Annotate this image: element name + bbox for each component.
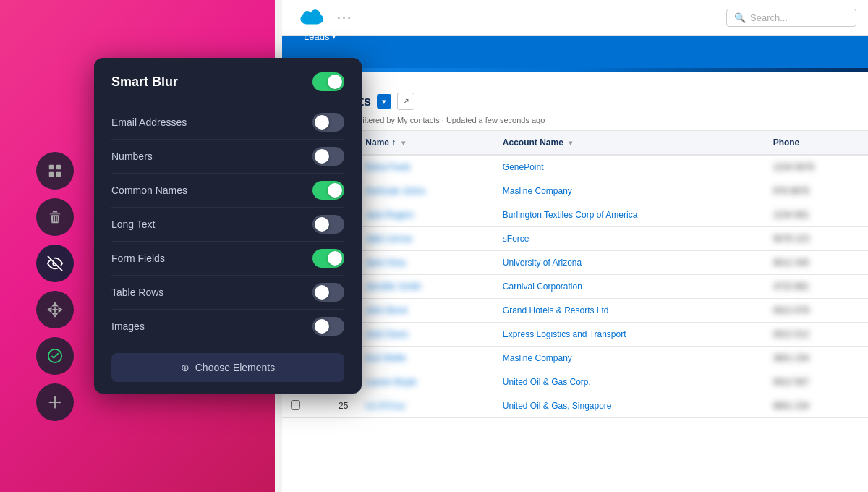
search-bar[interactable]: 🔍 Search... bbox=[726, 9, 856, 27]
contact-name-text: Kurt Wolfe bbox=[365, 353, 406, 363]
master-toggle-knob bbox=[328, 75, 342, 89]
trash-icon-button[interactable] bbox=[36, 198, 74, 236]
toggle-label-4: Form Fields bbox=[111, 253, 165, 264]
nav-chevron-leads: ▾ bbox=[332, 33, 336, 41]
contact-phone: 0912 567 bbox=[765, 370, 868, 394]
table-body: Edna FrankGenePoint1234 5678Gertrude Joh… bbox=[282, 155, 868, 418]
eye-slash-icon-button[interactable] bbox=[36, 245, 74, 282]
sf-nav: HomeOpportunities▾Leads▾Tasks▾Files▾Acco… bbox=[282, 36, 868, 68]
move-icon bbox=[47, 302, 63, 318]
account-sort-arrow: ▾ bbox=[569, 139, 572, 147]
view-external-link-icon[interactable]: ↗ bbox=[397, 93, 414, 110]
toggle-rows-container: Email AddressesNumbersCommon NamesLong T… bbox=[111, 106, 344, 343]
toggle-label-1: Numbers bbox=[111, 150, 153, 162]
contact-phone: 5678 123 bbox=[765, 227, 868, 251]
expand-icon bbox=[47, 394, 63, 410]
contact-name[interactable]: Jennifer Smith bbox=[357, 275, 493, 299]
check-circle-icon bbox=[47, 348, 63, 364]
grid-icon-button[interactable] bbox=[36, 152, 74, 190]
account-name[interactable]: Masline Company bbox=[494, 179, 765, 203]
toggle-row-images: Images bbox=[111, 310, 344, 343]
toggle-switch-form-fields[interactable] bbox=[312, 249, 344, 268]
table-row: Gertrude JohnsMasline Company978 9876 bbox=[282, 179, 868, 203]
toggle-knob-5 bbox=[315, 285, 329, 300]
contact-name[interactable]: Gertrude Johns bbox=[357, 179, 493, 203]
account-name[interactable]: University of Arizona bbox=[494, 251, 765, 275]
contact-phone: 1234 5678 bbox=[765, 155, 868, 179]
master-toggle[interactable] bbox=[312, 72, 344, 91]
toggle-switch-images[interactable] bbox=[312, 317, 344, 336]
nav-chevron-opportunities: ▾ bbox=[362, 1, 366, 9]
nav-item-leads[interactable]: Leads▾ bbox=[294, 20, 376, 52]
account-header-text: Account Name bbox=[503, 137, 563, 148]
account-name[interactable]: Burlington Textiles Corp of America bbox=[494, 203, 765, 227]
contact-name-text: Liz D'Cruz bbox=[365, 401, 405, 411]
choose-elements-button[interactable]: ⊕ Choose Elements bbox=[111, 353, 344, 382]
contact-name-text: John Bond bbox=[365, 305, 407, 315]
view-dropdown-button[interactable]: ▾ bbox=[377, 94, 391, 109]
check-circle-icon-button[interactable] bbox=[36, 337, 74, 375]
toggle-label-5: Table Rows bbox=[111, 287, 163, 298]
contact-name[interactable]: Josh Davis bbox=[357, 323, 493, 347]
toggle-switch-common-names[interactable] bbox=[312, 181, 344, 200]
account-name[interactable]: Masline Company bbox=[494, 347, 765, 370]
contact-name-text: Josh Davis bbox=[365, 329, 408, 339]
toggle-knob-4 bbox=[328, 251, 342, 266]
account-name[interactable]: Carnival Corporation bbox=[494, 275, 765, 299]
nav-item-opportunities[interactable]: Opportunities▾ bbox=[294, 0, 376, 20]
toggle-knob-1 bbox=[315, 149, 329, 164]
contact-name[interactable]: Edna Frank bbox=[357, 155, 493, 179]
toggle-switch-table-rows[interactable] bbox=[312, 283, 344, 302]
account-name[interactable]: sForce bbox=[494, 227, 765, 251]
breadcrumb: Contacts bbox=[294, 81, 856, 90]
name-header: Name ↑ ▾ bbox=[357, 131, 493, 155]
toggle-switch-email-addresses[interactable] bbox=[312, 113, 344, 132]
account-name[interactable]: Grand Hotels & Resorts Ltd bbox=[494, 299, 765, 323]
panel-title-text: Smart Blur bbox=[111, 75, 178, 90]
toggle-row-table-rows: Table Rows bbox=[111, 276, 344, 310]
table-row: Jack RogersBurlington Textiles Corp of A… bbox=[282, 203, 868, 227]
contact-name[interactable]: Jack Rogers bbox=[357, 203, 493, 227]
contact-name-text: Jennifer Smith bbox=[365, 281, 421, 292]
contact-name[interactable]: Lauren Boyle bbox=[357, 370, 493, 394]
contact-name[interactable]: Liz D'Cruz bbox=[357, 394, 493, 418]
toggle-switch-long-text[interactable] bbox=[312, 215, 344, 234]
expand-icon-button[interactable] bbox=[36, 383, 74, 421]
contact-phone: 1234 901 bbox=[765, 203, 868, 227]
contact-phone: 3601 234 bbox=[765, 347, 868, 370]
contact-name-text: Gertrude Johns bbox=[365, 186, 425, 196]
toggle-switch-numbers[interactable] bbox=[312, 147, 344, 166]
contact-name[interactable]: Jake Llorrac bbox=[357, 227, 493, 251]
contact-name[interactable]: John Bond bbox=[357, 299, 493, 323]
table-row: Jake LlorracsForce5678 123 bbox=[282, 227, 868, 251]
toggle-label-2: Common Names bbox=[111, 184, 187, 196]
contact-name[interactable]: Jane Grey bbox=[357, 251, 493, 275]
table-row: 23Kurt WolfeMasline Company3601 234 bbox=[282, 347, 868, 370]
toggle-label-6: Images bbox=[111, 321, 145, 332]
toggle-knob-3 bbox=[315, 217, 329, 232]
table-row: Jane GreyUniversity of Arizona9012 345 bbox=[282, 251, 868, 275]
view-title-row: My Contacts ▾ ↗ bbox=[294, 93, 856, 110]
search-icon: 🔍 bbox=[734, 12, 746, 23]
trash-icon bbox=[47, 209, 63, 225]
table-row: 25Liz D'CruzUnited Oil & Gas, Singapore8… bbox=[282, 394, 868, 418]
contact-phone: 0912 012 bbox=[765, 323, 868, 347]
toggle-knob-2 bbox=[328, 183, 342, 198]
toggle-row-common-names: Common Names bbox=[111, 174, 344, 208]
row-checkbox[interactable] bbox=[291, 400, 300, 410]
account-name[interactable]: Express Logistics and Transport bbox=[494, 323, 765, 347]
contact-name[interactable]: Kurt Wolfe bbox=[357, 347, 493, 370]
account-name[interactable]: United Oil & Gas Corp. bbox=[494, 370, 765, 394]
row-checkbox-cell bbox=[282, 394, 309, 418]
toggle-knob-6 bbox=[315, 319, 329, 334]
account-name[interactable]: United Oil & Gas, Singapore bbox=[494, 394, 765, 418]
contact-phone: 8901 234 bbox=[765, 394, 868, 418]
smart-blur-panel: Smart Blur Email AddressesNumbersCommon … bbox=[94, 58, 362, 394]
svg-rect-0 bbox=[49, 165, 54, 169]
toggle-label-3: Long Text bbox=[111, 219, 155, 230]
move-icon-button[interactable] bbox=[36, 291, 74, 328]
salesforce-app: ··· Sales 🔍 Search... HomeOpportunities▾… bbox=[282, 0, 868, 492]
account-name[interactable]: GenePoint bbox=[494, 155, 765, 179]
left-sidebar bbox=[36, 152, 74, 421]
grid-icon bbox=[47, 163, 63, 179]
